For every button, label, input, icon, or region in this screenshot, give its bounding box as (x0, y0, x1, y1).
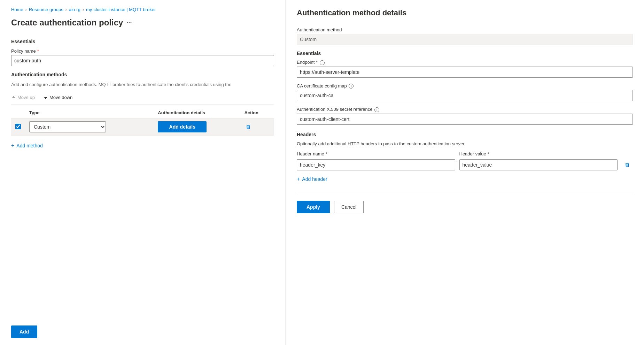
headers-heading: Headers (297, 132, 633, 137)
col-auth-details-header: Authentication details (154, 107, 240, 118)
endpoint-input[interactable] (297, 67, 633, 78)
type-select[interactable]: Custom (29, 121, 106, 132)
ca-cert-info-icon[interactable]: i (349, 84, 354, 89)
auth-methods-heading: Authentication methods (11, 72, 274, 77)
ca-cert-label: CA certificate config map i (297, 83, 633, 89)
auth-methods-table: Type Authentication details Action Custo… (11, 107, 274, 136)
table-row: Custom Add details (11, 118, 274, 136)
move-up-button[interactable]: Move up (11, 93, 35, 101)
header-value-input[interactable] (459, 159, 618, 170)
ca-cert-input[interactable] (297, 90, 633, 101)
header-name-label: Header name * (297, 151, 455, 156)
trash-header-icon (624, 162, 630, 168)
header-input-row (297, 159, 633, 170)
breadcrumb-sep-2: › (65, 7, 67, 12)
breadcrumb: Home › Resource groups › aio-rg › my-clu… (11, 7, 274, 12)
more-options-icon[interactable]: ··· (126, 19, 132, 26)
row-auth-details-cell[interactable]: Add details (154, 118, 240, 136)
auth-x509-info-icon[interactable]: i (374, 107, 379, 112)
policy-name-required: * (37, 48, 39, 54)
rp-actions: Apply Cancel (297, 195, 633, 213)
apply-button[interactable]: Apply (297, 201, 330, 213)
auth-methods-desc: Add and configure authentication methods… (11, 82, 274, 88)
col-checkbox (11, 107, 25, 118)
policy-name-input[interactable] (11, 55, 274, 66)
essentials-heading: Essentials (11, 39, 274, 44)
auth-x509-input[interactable] (297, 114, 633, 125)
auth-method-value: Custom (297, 34, 633, 45)
row-type-cell: Custom (25, 118, 154, 136)
add-details-button[interactable]: Add details (158, 121, 207, 132)
breadcrumb-sep-1: › (25, 7, 27, 12)
header-labels: Header name * Header value * (297, 151, 633, 158)
page-title: Create authentication policy ··· (11, 18, 274, 28)
auth-method-group: Authentication method Custom (297, 27, 633, 45)
trash-icon (246, 124, 251, 130)
policy-name-group: Policy name * (11, 48, 274, 66)
policy-name-label: Policy name * (11, 48, 274, 54)
add-header-plus-icon: + (297, 176, 300, 182)
auth-x509-label: Authentication X.509 secret reference i (297, 107, 633, 112)
ca-cert-group: CA certificate config map i (297, 83, 633, 101)
rp-essentials-heading: Essentials (297, 51, 633, 56)
delete-header-button[interactable] (622, 161, 633, 169)
header-value-label: Header value * (459, 151, 618, 156)
breadcrumb-aio-rg[interactable]: aio-rg (69, 7, 80, 12)
add-method-plus-icon: + (11, 143, 14, 149)
right-panel: Authentication method details Authentica… (286, 0, 644, 345)
breadcrumb-cluster[interactable]: my-cluster-instance | MQTT broker (86, 7, 156, 12)
delete-row-button[interactable] (244, 123, 253, 131)
endpoint-group: Endpoint * i (297, 60, 633, 78)
add-header-button[interactable]: + Add header (297, 175, 327, 184)
rp-title: Authentication method details (297, 8, 633, 17)
endpoint-label: Endpoint * i (297, 60, 633, 65)
headers-desc: Optionally add additional HTTP headers t… (297, 141, 633, 147)
move-down-button[interactable]: Move down (43, 93, 72, 101)
arrow-up-icon (11, 95, 16, 100)
move-bar: Move up Move down (11, 93, 274, 101)
auth-method-label: Authentication method (297, 27, 633, 32)
add-method-button[interactable]: + Add method (11, 141, 274, 150)
header-value-required: * (487, 151, 489, 156)
add-button[interactable]: Add (11, 325, 37, 338)
cancel-button[interactable]: Cancel (334, 201, 364, 213)
row-action-cell (240, 118, 274, 136)
col-action-header: Action (240, 107, 274, 118)
breadcrumb-home[interactable]: Home (11, 7, 23, 12)
auth-x509-group: Authentication X.509 secret reference i (297, 107, 633, 125)
endpoint-required: * (316, 60, 318, 65)
bottom-actions: Add (11, 314, 274, 338)
row-checkbox-cell[interactable] (11, 118, 25, 136)
arrow-down-icon (43, 95, 48, 100)
header-name-input[interactable] (297, 159, 455, 170)
breadcrumb-resource-groups[interactable]: Resource groups (29, 7, 63, 12)
col-type-header: Type (25, 107, 154, 118)
row-checkbox[interactable] (15, 124, 21, 129)
breadcrumb-sep-3: › (83, 7, 84, 12)
endpoint-info-icon[interactable]: i (320, 60, 325, 65)
left-panel: Home › Resource groups › aio-rg › my-clu… (0, 0, 286, 345)
table-divider (11, 104, 274, 105)
header-name-required: * (325, 151, 327, 156)
